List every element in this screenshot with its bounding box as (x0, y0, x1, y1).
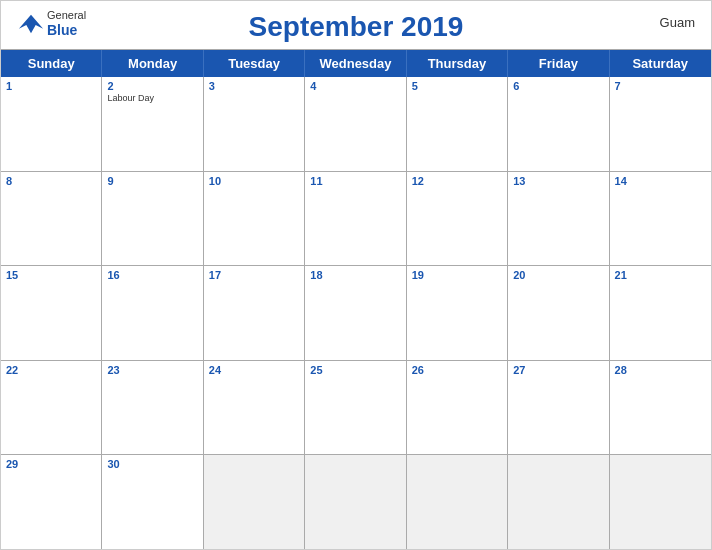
day-cell: 24 (204, 361, 305, 455)
day-cell (508, 455, 609, 549)
logo-blue-text: Blue (47, 22, 86, 39)
day-cell: 29 (1, 455, 102, 549)
day-number: 28 (615, 364, 706, 376)
day-cell (305, 455, 406, 549)
logo-texts: General Blue (47, 9, 86, 39)
day-cell: 20 (508, 266, 609, 360)
day-cell: 26 (407, 361, 508, 455)
day-number: 6 (513, 80, 603, 92)
calendar-header: General Blue September 2019 Guam (1, 1, 711, 49)
day-number: 16 (107, 269, 197, 281)
day-number: 26 (412, 364, 502, 376)
logo-area: General Blue (17, 9, 86, 39)
day-number: 15 (6, 269, 96, 281)
day-number: 27 (513, 364, 603, 376)
week-row-1: 12Labour Day34567 (1, 77, 711, 172)
day-cell: 10 (204, 172, 305, 266)
day-cell (204, 455, 305, 549)
day-cell: 22 (1, 361, 102, 455)
logo-wrapper: General Blue (17, 9, 86, 39)
day-cell: 17 (204, 266, 305, 360)
day-cell: 2Labour Day (102, 77, 203, 171)
day-number: 5 (412, 80, 502, 92)
day-number: 23 (107, 364, 197, 376)
day-number: 3 (209, 80, 299, 92)
region-label: Guam (660, 15, 695, 30)
day-cell: 12 (407, 172, 508, 266)
logo-general-text: General (47, 9, 86, 22)
day-number: 22 (6, 364, 96, 376)
day-header-thursday: Thursday (407, 50, 508, 77)
day-header-saturday: Saturday (610, 50, 711, 77)
svg-marker-0 (19, 15, 43, 34)
day-cell: 27 (508, 361, 609, 455)
week-row-5: 2930 (1, 455, 711, 549)
holiday-label: Labour Day (107, 93, 197, 104)
day-cell: 23 (102, 361, 203, 455)
day-number: 7 (615, 80, 706, 92)
day-number: 2 (107, 80, 197, 92)
day-number: 12 (412, 175, 502, 187)
week-row-3: 15161718192021 (1, 266, 711, 361)
day-cell: 3 (204, 77, 305, 171)
day-number: 8 (6, 175, 96, 187)
day-number: 13 (513, 175, 603, 187)
day-cell: 6 (508, 77, 609, 171)
day-header-monday: Monday (102, 50, 203, 77)
calendar-container: General Blue September 2019 Guam SundayM… (0, 0, 712, 550)
day-cell: 28 (610, 361, 711, 455)
day-number: 19 (412, 269, 502, 281)
day-cell: 25 (305, 361, 406, 455)
day-header-tuesday: Tuesday (204, 50, 305, 77)
day-number: 11 (310, 175, 400, 187)
day-cell: 5 (407, 77, 508, 171)
day-cell: 1 (1, 77, 102, 171)
day-cell: 21 (610, 266, 711, 360)
day-cell: 18 (305, 266, 406, 360)
day-cell: 4 (305, 77, 406, 171)
day-number: 14 (615, 175, 706, 187)
day-cell: 19 (407, 266, 508, 360)
day-number: 30 (107, 458, 197, 470)
logo-bird-icon (17, 10, 45, 38)
day-number: 1 (6, 80, 96, 92)
day-cell: 14 (610, 172, 711, 266)
day-header-friday: Friday (508, 50, 609, 77)
day-headers-row: SundayMondayTuesdayWednesdayThursdayFrid… (1, 50, 711, 77)
day-cell: 16 (102, 266, 203, 360)
day-number: 21 (615, 269, 706, 281)
day-number: 17 (209, 269, 299, 281)
day-number: 29 (6, 458, 96, 470)
day-number: 9 (107, 175, 197, 187)
day-number: 20 (513, 269, 603, 281)
calendar-title: September 2019 (249, 11, 464, 43)
day-header-sunday: Sunday (1, 50, 102, 77)
calendar-grid: SundayMondayTuesdayWednesdayThursdayFrid… (1, 49, 711, 549)
day-number: 4 (310, 80, 400, 92)
week-row-2: 891011121314 (1, 172, 711, 267)
day-cell: 30 (102, 455, 203, 549)
day-cell: 7 (610, 77, 711, 171)
day-cell: 11 (305, 172, 406, 266)
day-cell: 15 (1, 266, 102, 360)
day-cell: 9 (102, 172, 203, 266)
day-number: 18 (310, 269, 400, 281)
day-number: 25 (310, 364, 400, 376)
day-cell: 13 (508, 172, 609, 266)
day-header-wednesday: Wednesday (305, 50, 406, 77)
day-number: 10 (209, 175, 299, 187)
day-cell: 8 (1, 172, 102, 266)
weeks-container: 12Labour Day3456789101112131415161718192… (1, 77, 711, 549)
day-number: 24 (209, 364, 299, 376)
day-cell (610, 455, 711, 549)
week-row-4: 22232425262728 (1, 361, 711, 456)
day-cell (407, 455, 508, 549)
